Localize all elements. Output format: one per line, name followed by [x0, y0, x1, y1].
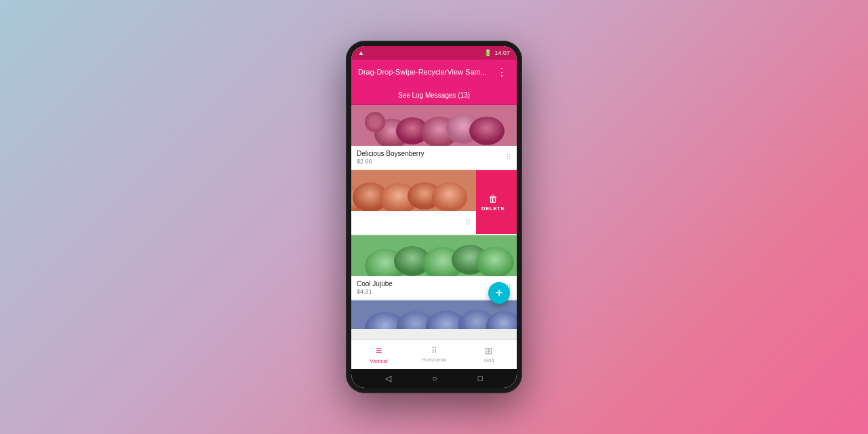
delete-action-bg[interactable]: 🗑 DELETE	[469, 170, 517, 234]
back-button[interactable]: ◁	[385, 374, 391, 383]
nav-label-grid: Grid	[484, 357, 494, 363]
nav-item-horizontal[interactable]: ⠿ Horizontal	[406, 340, 461, 369]
svg-point-5	[469, 117, 505, 145]
content-area: Delicious Boysenberry $2.66 🗑 DELETE	[351, 105, 517, 339]
list-item[interactable]: Delicious Boysenberry $2.66	[351, 105, 517, 169]
phone-screen: ▲ 🔋 14:07 Drag-Drop-Swipe-RecyclerView S…	[351, 46, 517, 388]
item-price-boysenberry: $2.66	[357, 158, 425, 165]
app-bar: Drag-Drop-Swipe-RecyclerView Sam... ⋮	[351, 60, 517, 84]
delete-icon: 🗑	[488, 193, 498, 204]
nav-label-vertical: Vertical	[370, 358, 388, 364]
log-banner-text: See Log Messages (13)	[398, 92, 470, 99]
log-banner[interactable]: See Log Messages (13)	[351, 84, 517, 105]
item-name-jujube: Cool Jujube	[357, 280, 393, 288]
more-options-icon[interactable]: ⋮	[494, 66, 510, 79]
item-image-boysenberry	[351, 105, 517, 146]
system-nav-bar: ◁ ○ □	[351, 369, 517, 388]
svg-point-11	[432, 182, 467, 211]
nav-item-grid[interactable]: ⊞ Grid	[462, 340, 517, 369]
time-display: 14:07	[494, 50, 510, 56]
drag-handle-tangerine[interactable]	[465, 218, 471, 227]
battery-icon: 🔋	[484, 50, 492, 56]
item-image-jujube	[351, 235, 517, 276]
signal-icon: ▲	[358, 50, 364, 56]
grid-nav-icon: ⊞	[485, 345, 493, 356]
swipe-item-tangerine[interactable]: 🗑 DELETE	[351, 170, 517, 234]
bottom-nav: ≡ Vertical ⠿ Horizontal ⊞ Grid	[351, 339, 517, 369]
vertical-nav-icon: ≡	[376, 344, 382, 357]
item-price-jujube: $4.31	[357, 288, 393, 295]
delete-label: DELETE	[481, 205, 505, 212]
boysenberry-image	[351, 105, 517, 146]
home-button[interactable]: ○	[432, 374, 437, 383]
swipe-item-content: tangerine $3.12	[351, 170, 476, 234]
recents-button[interactable]: □	[478, 374, 483, 383]
phone-frame: ▲ 🔋 14:07 Drag-Drop-Swipe-RecyclerView S…	[346, 41, 522, 393]
item-name-boysenberry: Delicious Boysenberry	[357, 150, 425, 157]
item-info-boysenberry: Delicious Boysenberry $2.66	[351, 146, 517, 169]
item-info-tangerine: tangerine $3.12	[351, 211, 476, 234]
list-item-last[interactable]	[351, 300, 517, 329]
item-image-last	[351, 300, 517, 329]
status-bar: ▲ 🔋 14:07	[351, 46, 517, 60]
app-bar-title: Drag-Drop-Swipe-RecyclerView Sam...	[358, 68, 494, 76]
horizontal-nav-icon: ⠿	[431, 346, 437, 355]
item-image-tangerine	[351, 170, 476, 211]
fab-add-button[interactable]: +	[488, 282, 510, 304]
drag-handle-boysenberry[interactable]	[506, 153, 511, 162]
nav-item-vertical[interactable]: ≡ Vertical	[351, 340, 406, 369]
nav-label-horizontal: Horizontal	[422, 357, 446, 363]
